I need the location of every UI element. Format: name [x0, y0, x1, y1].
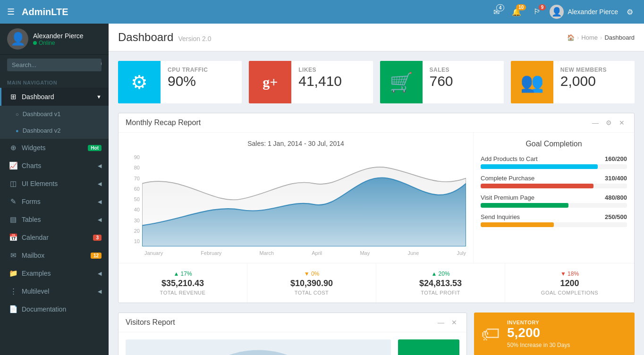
sidebar-item-dashboard-v2[interactable]: Dashboard v2 — [0, 122, 109, 139]
navbar-right: ✉ 4 🔔 10 🏳 9 👤 Alexander Pierce ⚙ — [490, 5, 637, 19]
mailbox-icon: ✉ — [8, 251, 18, 260]
settings-button[interactable]: ⚙ — [623, 5, 637, 19]
sales-content: SALES 760 — [423, 61, 504, 103]
alerts-button[interactable]: 🔔 10 — [508, 5, 525, 19]
calendar-icon: 📅 — [8, 233, 18, 242]
monthly-inner: Sales: 1 Jan, 2014 - 30 Jul, 2014 90 80 … — [119, 133, 634, 263]
x-axis: January February March April May June Ju… — [142, 248, 466, 256]
sidebar-item-label-charts: Charts — [22, 162, 98, 169]
breadcrumb-home[interactable]: Home — [581, 34, 598, 41]
tables-icon: ▤ — [8, 215, 18, 224]
inventory-content: INVENTORY 5,200 50% Increase in 30 Days — [507, 320, 570, 348]
cpu-icon: ⚙ — [118, 61, 161, 103]
cpu-content: CPU TRAFFIC 90% — [161, 61, 242, 103]
stat-cost-label: TOTAL COST — [254, 290, 369, 296]
chart-container: Sales: 1 Jan, 2014 - 30 Jul, 2014 90 80 … — [119, 133, 473, 263]
visitors-minimize-button[interactable]: — — [435, 318, 447, 327]
page-title-area: Dashboard Version 2.0 — [118, 31, 211, 44]
forms-arrow-icon: ◀ — [98, 199, 102, 205]
sidebar-item-dashboard[interactable]: ⊞ Dashboard ▼ — [0, 88, 109, 106]
box-minimize-button[interactable]: — — [590, 118, 601, 127]
page-version: Version 2.0 — [178, 35, 211, 42]
sidebar-item-charts[interactable]: 📈 Charts ◀ — [0, 157, 109, 175]
search-box: 🔍 — [0, 55, 109, 75]
bottom-row: Visitors Report — ✕ — [118, 313, 635, 355]
sidebar-item-calendar[interactable]: 📅 Calendar 3 — [0, 228, 109, 246]
sidebar-item-examples[interactable]: 📁 Examples ◀ — [0, 264, 109, 282]
sidebar-item-label-tables: Tables — [22, 216, 98, 223]
members-icon: 👥 — [511, 61, 553, 103]
monthly-recap-header: Monthly Recap Report — ⚙ ✕ — [119, 113, 634, 133]
sidebar-avatar: 👤 — [7, 28, 28, 50]
visitors-body: 8390 — [119, 332, 466, 355]
sidebar-item-dashboard-v1[interactable]: Dashboard v1 — [0, 106, 109, 122]
examples-icon: 📁 — [8, 269, 18, 278]
breadcrumb-sep-2: › — [600, 34, 602, 41]
sidebar-item-label-widgets: Widgets — [22, 144, 88, 152]
sidebar-item-forms[interactable]: ✎ Forms ◀ — [0, 193, 109, 211]
wrapper: 👤 Alexander Pierce Online 🔍 MAIN NAVIGAT… — [0, 24, 644, 355]
navbar: ☰ AdminLTE ✉ 4 🔔 10 🏳 9 👤 Alexander Pier… — [0, 0, 644, 24]
goal-item-purchase-header: Complete Purchase 310/400 — [481, 175, 627, 182]
page-title: Dashboard — [118, 31, 173, 44]
sidebar-toggle[interactable]: ☰ — [7, 7, 15, 17]
sidebar: 👤 Alexander Pierce Online 🔍 MAIN NAVIGAT… — [0, 24, 109, 355]
search-input[interactable] — [7, 59, 96, 71]
goal-item-inquiries-header: Send Inquiries 250/500 — [481, 213, 627, 220]
sidebar-item-widgets[interactable]: ⊕ Widgets Hot — [0, 139, 109, 157]
flags-button[interactable]: 🏳 9 — [530, 5, 545, 18]
widgets-badge: Hot — [88, 145, 102, 151]
sidebar-item-ui-elements[interactable]: ◫ UI Elements ◀ — [0, 175, 109, 193]
box-close-button[interactable]: ✕ — [617, 118, 627, 127]
visitors-bar-chart: 8390 — [398, 339, 459, 355]
sidebar-item-label-dashboard: Dashboard — [22, 93, 96, 101]
sidebar-item-label-mailbox: Mailbox — [22, 252, 91, 259]
chart-svg — [142, 152, 466, 246]
search-button[interactable]: 🔍 — [96, 59, 102, 71]
sub-item-label-v1: Dashboard v1 — [23, 110, 61, 118]
sidebar-item-multilevel[interactable]: ⋮ Multilevel ◀ — [0, 282, 109, 300]
visitors-close-button[interactable]: ✕ — [449, 318, 459, 327]
stat-revenue-change: ▲ 17% — [126, 270, 240, 277]
goal-item-cart: Add Products to Cart 160/200 — [481, 155, 627, 169]
info-box-sales: 🛒 SALES 760 — [380, 61, 504, 103]
user-menu[interactable]: 👤 Alexander Pierce — [550, 5, 618, 19]
brand-logo[interactable]: AdminLTE — [22, 7, 68, 17]
brand-text-bold: LTE — [51, 7, 68, 17]
sidebar-item-tables[interactable]: ▤ Tables ◀ — [0, 211, 109, 228]
sidebar-item-label-examples: Examples — [22, 270, 98, 277]
sidebar-item-label-documentation: Documentation — [22, 305, 102, 313]
breadcrumb-current: Dashboard — [604, 34, 635, 41]
monthly-recap-title: Monthly Recap Report — [126, 118, 201, 127]
goal-item-premium-progress-bg — [481, 203, 627, 208]
calendar-badge: 3 — [93, 235, 102, 241]
goal-item-inquiries: Send Inquiries 250/500 — [481, 213, 627, 227]
sidebar-item-mailbox[interactable]: ✉ Mailbox 12 — [0, 246, 109, 264]
monthly-recap-box: Monthly Recap Report — ⚙ ✕ Sales: 1 Jan,… — [118, 113, 635, 303]
stat-goals-change: ▼ 18% — [512, 270, 627, 277]
goal-item-premium-header: Visit Premium Page 480/800 — [481, 194, 627, 201]
sales-label: SALES — [430, 67, 497, 73]
stat-revenue: ▲ 17% $35,210.43 TOTAL REVENUE — [119, 263, 247, 303]
info-boxes: ⚙ CPU TRAFFIC 90% g+ LIKES 41,410 🛒 SALE… — [109, 51, 644, 113]
likes-content: LIKES 41,410 — [291, 61, 373, 103]
notifications-button[interactable]: ✉ 4 — [490, 5, 503, 19]
stat-profit-label: TOTAL PROFIT — [383, 290, 498, 296]
box-configure-button[interactable]: ⚙ — [603, 118, 614, 127]
y-axis: 90 80 70 60 50 40 30 20 10 — [126, 152, 142, 256]
goal-item-inquiries-value: 250/500 — [605, 213, 627, 220]
chart-wrapper: 90 80 70 60 50 40 30 20 10 — [126, 152, 466, 256]
cpu-value: 90% — [168, 73, 235, 89]
chart-title: Sales: 1 Jan, 2014 - 30 Jul, 2014 — [126, 140, 466, 147]
sub-nav-dashboard: Dashboard v1 Dashboard v2 — [0, 106, 109, 139]
status-label: Online — [39, 40, 55, 46]
goal-item-purchase-progress-bg — [481, 184, 627, 188]
sidebar-item-label-ui: UI Elements — [22, 180, 98, 187]
members-label: NEW MEMBERS — [560, 67, 627, 73]
nav-label: MAIN NAVIGATION — [0, 75, 109, 88]
goal-item-cart-label: Add Products to Cart — [481, 155, 538, 162]
sidebar-item-documentation[interactable]: 📄 Documentation — [0, 300, 109, 318]
dashboard-icon: ⊞ — [8, 93, 18, 101]
inventory-box: 🏷 INVENTORY 5,200 50% Increase in 30 Day… — [474, 313, 635, 355]
documentation-icon: 📄 — [8, 305, 18, 313]
